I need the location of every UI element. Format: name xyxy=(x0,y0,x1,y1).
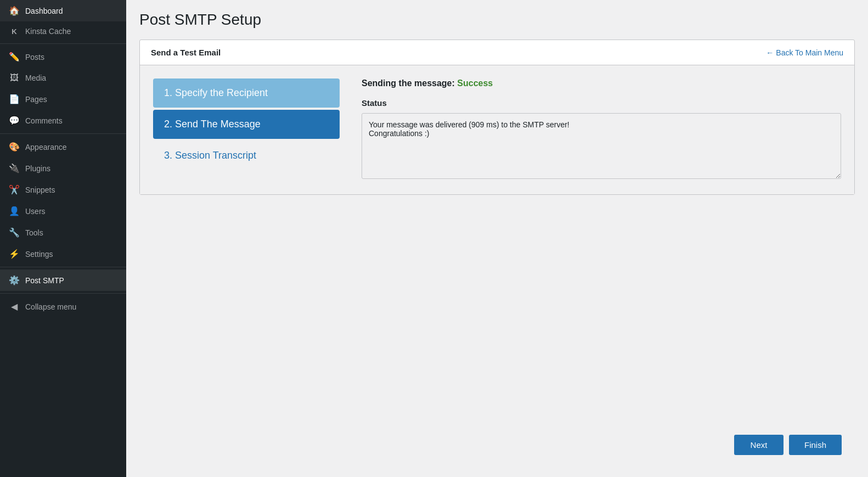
sidebar-item-tools[interactable]: 🔧 Tools xyxy=(0,222,126,243)
finish-button[interactable]: Finish xyxy=(789,435,842,455)
setup-card: Send a Test Email ← Back To Main Menu 1.… xyxy=(139,40,855,195)
sidebar-item-comments[interactable]: 💬 Comments xyxy=(0,110,126,131)
collapse-icon: ◀ xyxy=(9,301,20,312)
back-arrow-icon: ← xyxy=(766,48,774,57)
step-2-number: 2. xyxy=(164,119,175,130)
pages-icon: 📄 xyxy=(9,94,20,104)
steps-panel: 1. Specify the Recipient 2. Send The Mes… xyxy=(153,78,340,181)
page-title: Post SMTP Setup xyxy=(139,11,855,29)
sidebar-item-post-smtp[interactable]: ⚙️ Post SMTP xyxy=(0,270,126,291)
sidebar-item-label: Tools xyxy=(25,228,43,237)
sidebar-item-label: Pages xyxy=(25,95,47,104)
step-3-label: Session Transcript xyxy=(175,150,256,161)
sidebar-item-collapse[interactable]: ◀ Collapse menu xyxy=(0,296,126,317)
sidebar-item-posts[interactable]: ✏️ Posts xyxy=(0,46,126,68)
success-badge: Success xyxy=(457,78,493,88)
appearance-icon: 🎨 xyxy=(9,142,20,152)
sidebar-item-snippets[interactable]: ✂️ Snippets xyxy=(0,179,126,200)
sidebar-item-label: Plugins xyxy=(25,164,50,173)
comments-icon: 💬 xyxy=(9,115,20,126)
users-icon: 👤 xyxy=(9,206,20,216)
step-1[interactable]: 1. Specify the Recipient xyxy=(153,78,340,108)
step-1-label: Specify the Recipient xyxy=(175,87,268,98)
sidebar-item-label: Posts xyxy=(25,53,44,61)
sidebar-item-media[interactable]: 🖼 Media xyxy=(0,68,126,88)
dashboard-icon: 🏠 xyxy=(9,5,20,16)
sidebar-item-label: Dashboard xyxy=(25,7,63,15)
sidebar-divider-2 xyxy=(0,133,126,134)
media-icon: 🖼 xyxy=(9,73,20,83)
sidebar-item-label: Comments xyxy=(25,116,63,125)
posts-icon: ✏️ xyxy=(9,52,20,62)
sidebar-divider xyxy=(0,43,126,44)
main-content: Post SMTP Setup Send a Test Email ← Back… xyxy=(126,0,868,477)
sidebar: 🏠 Dashboard K Kinsta Cache ✏️ Posts 🖼 Me… xyxy=(0,0,126,477)
post-smtp-icon: ⚙️ xyxy=(9,275,20,285)
kinsta-icon: K xyxy=(9,27,20,36)
card-header: Send a Test Email ← Back To Main Menu xyxy=(140,40,854,65)
footer-buttons: Next Finish xyxy=(139,424,855,466)
sidebar-item-plugins[interactable]: 🔌 Plugins xyxy=(0,158,126,179)
settings-icon: ⚡ xyxy=(9,249,20,259)
back-to-main-menu-link[interactable]: ← Back To Main Menu xyxy=(766,48,843,57)
sidebar-item-settings[interactable]: ⚡ Settings xyxy=(0,243,126,265)
sidebar-item-users[interactable]: 👤 Users xyxy=(0,200,126,222)
content-panel: Sending the message: Success Status xyxy=(362,78,841,181)
sidebar-item-label: Collapse menu xyxy=(25,302,76,311)
sidebar-item-label: Kinsta Cache xyxy=(25,27,71,36)
sidebar-item-label: Post SMTP xyxy=(25,276,64,285)
sidebar-item-label: Settings xyxy=(25,250,53,259)
step-2[interactable]: 2. Send The Message xyxy=(153,110,340,139)
sidebar-item-pages[interactable]: 📄 Pages xyxy=(0,88,126,110)
tools-icon: 🔧 xyxy=(9,227,20,238)
next-button[interactable]: Next xyxy=(734,435,784,455)
step-2-label: Send The Message xyxy=(175,119,261,130)
sidebar-item-label: Media xyxy=(25,74,46,82)
step-3[interactable]: 3. Session Transcript xyxy=(153,141,340,170)
sidebar-divider-4 xyxy=(0,293,126,294)
sidebar-item-label: Snippets xyxy=(25,186,55,194)
sidebar-item-appearance[interactable]: 🎨 Appearance xyxy=(0,136,126,158)
step-1-number: 1. xyxy=(164,87,175,98)
snippets-icon: ✂️ xyxy=(9,184,20,195)
status-label: Status xyxy=(362,98,841,108)
sending-label: Sending the message: xyxy=(362,78,455,88)
back-link-label: Back To Main Menu xyxy=(776,48,843,57)
plugins-icon: 🔌 xyxy=(9,163,20,173)
sidebar-item-label: Users xyxy=(25,207,46,216)
sidebar-divider-3 xyxy=(0,267,126,267)
sending-status-line: Sending the message: Success xyxy=(362,78,841,88)
step-3-number: 3. xyxy=(164,150,175,161)
wizard-body: 1. Specify the Recipient 2. Send The Mes… xyxy=(140,65,854,194)
card-header-title: Send a Test Email xyxy=(151,48,221,57)
sidebar-item-dashboard[interactable]: 🏠 Dashboard xyxy=(0,0,126,21)
sidebar-item-kinsta-cache[interactable]: K Kinsta Cache xyxy=(0,21,126,41)
sidebar-item-label: Appearance xyxy=(25,143,67,151)
status-textarea[interactable] xyxy=(362,113,841,179)
